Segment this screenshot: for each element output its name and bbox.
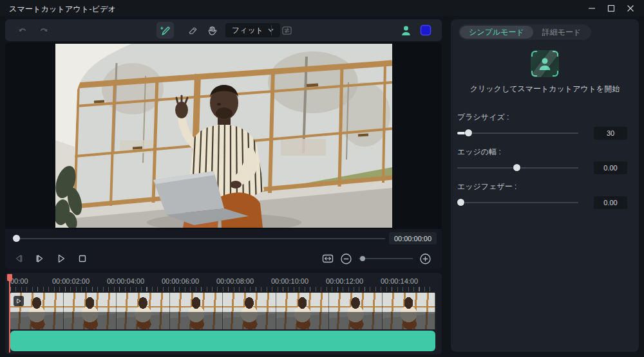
ruler-label: 00:00:10:00 bbox=[271, 277, 308, 285]
next-frame-button[interactable] bbox=[34, 253, 46, 264]
clip-color-swatch[interactable] bbox=[417, 19, 434, 41]
slider-handle[interactable] bbox=[457, 199, 464, 206]
window-title: スマートカットアウト-ビデオ bbox=[9, 4, 116, 15]
slider-handle[interactable] bbox=[465, 129, 472, 136]
timeline-filmstrip[interactable] bbox=[10, 293, 435, 329]
title-bar: スマートカットアウト-ビデオ bbox=[0, 0, 644, 16]
seek-row: 00:00:00:00 bbox=[5, 229, 442, 248]
zoom-in-button[interactable] bbox=[419, 253, 431, 265]
seek-handle[interactable] bbox=[13, 235, 20, 242]
timecode-display: 00:00:00:00 bbox=[389, 232, 437, 244]
focus-corner-icon bbox=[553, 51, 558, 57]
focus-corner-icon bbox=[531, 71, 537, 77]
preview-toolbar: フィット bbox=[5, 19, 442, 41]
zoom-fit-dropdown[interactable]: フィット bbox=[225, 23, 280, 37]
minimize-icon bbox=[588, 5, 596, 12]
transport-row bbox=[5, 248, 442, 269]
person-cutout-icon bbox=[537, 56, 553, 71]
brush-size-label: ブラシサイズ : bbox=[457, 112, 509, 123]
play-icon bbox=[16, 298, 21, 304]
compare-button[interactable] bbox=[278, 19, 295, 41]
edge-feather-slider[interactable] bbox=[457, 196, 580, 209]
zoom-slider-track[interactable] bbox=[359, 258, 413, 259]
slider-track[interactable] bbox=[457, 133, 578, 134]
redo-button[interactable] bbox=[35, 19, 52, 41]
timeline-thumbnail[interactable] bbox=[276, 293, 330, 329]
person-cutout-indicator[interactable] bbox=[397, 19, 415, 41]
clip-play-badge[interactable] bbox=[14, 296, 24, 306]
ruler-label: 00:00:14:00 bbox=[381, 277, 418, 285]
ruler-label: 00:00:06:00 bbox=[162, 277, 199, 285]
timeline-thumbnail[interactable] bbox=[383, 293, 436, 329]
tab-simple-mode[interactable]: シンプルモード bbox=[460, 26, 533, 39]
zoom-out-button[interactable] bbox=[340, 253, 352, 265]
edge-feather-label: エッジフェザー : bbox=[457, 181, 516, 192]
person-icon bbox=[400, 24, 412, 37]
zoom-fit-value: フィット bbox=[232, 25, 263, 36]
timeline-panel: 00:00 00:00:02:00 00:00:04:00 00:00:06:0… bbox=[5, 273, 442, 354]
edge-feather-value[interactable]: 0.00 bbox=[594, 196, 627, 209]
undo-button[interactable] bbox=[14, 19, 31, 41]
redo-icon bbox=[38, 25, 49, 36]
stop-button[interactable] bbox=[77, 253, 88, 264]
ruler-label: 00:00:04:00 bbox=[107, 277, 144, 285]
smart-brush-button[interactable] bbox=[156, 22, 174, 39]
timeline-thumbnail[interactable] bbox=[329, 293, 383, 329]
zoom-slider-handle[interactable] bbox=[360, 256, 365, 261]
fit-to-window-button[interactable] bbox=[322, 253, 334, 264]
ruler-label: 00:00:02:00 bbox=[52, 277, 90, 285]
ruler-label: 00:00 bbox=[10, 277, 28, 285]
maximize-button[interactable] bbox=[601, 0, 621, 16]
preview-panel: 00:00:00:00 bbox=[5, 42, 442, 269]
edge-width-label: エッジの幅 : bbox=[457, 147, 501, 158]
ruler-label: 00:00:12:00 bbox=[326, 277, 363, 285]
focus-corner-icon bbox=[531, 51, 537, 57]
slider-track[interactable] bbox=[457, 202, 578, 203]
seek-track[interactable] bbox=[17, 238, 385, 239]
start-caption: クリックしてスマートカットアウトを開始 bbox=[451, 84, 639, 95]
edge-width-row: 0.00 bbox=[457, 161, 632, 174]
undo-icon bbox=[17, 25, 28, 36]
focus-corner-icon bbox=[553, 71, 558, 77]
smart-cutout-panel: シンプルモード 詳細モード クリックしてスマートカットアウトを開始 ブラシサイズ… bbox=[451, 19, 639, 352]
timeline-ruler-ticks[interactable] bbox=[10, 287, 430, 291]
start-smart-cutout-button[interactable] bbox=[531, 50, 559, 77]
edge-width-slider[interactable] bbox=[457, 161, 580, 174]
tab-detail-mode[interactable]: 詳細モード bbox=[533, 26, 591, 39]
preview-stage bbox=[5, 42, 442, 229]
preview-video[interactable] bbox=[55, 44, 392, 228]
close-button[interactable] bbox=[621, 0, 640, 16]
previous-frame-button[interactable] bbox=[13, 253, 24, 264]
smart-brush-icon bbox=[160, 25, 171, 36]
brush-size-value[interactable]: 30 bbox=[594, 127, 627, 140]
hand-tool-button[interactable] bbox=[204, 19, 220, 41]
play-button[interactable] bbox=[55, 253, 67, 264]
timeline-thumbnail[interactable] bbox=[170, 293, 223, 329]
close-icon bbox=[627, 5, 634, 12]
toolbar-divider bbox=[271, 25, 272, 35]
timeline-thumbnail[interactable] bbox=[64, 293, 117, 329]
mode-tabs: シンプルモード 詳細モード bbox=[459, 24, 591, 40]
swatch-icon bbox=[420, 24, 431, 36]
slider-handle[interactable] bbox=[513, 164, 520, 171]
brush-size-slider[interactable] bbox=[457, 127, 580, 140]
minimize-button[interactable] bbox=[582, 0, 601, 16]
compare-icon bbox=[281, 25, 292, 36]
brush-size-row: 30 bbox=[457, 127, 632, 140]
eraser-button[interactable] bbox=[184, 19, 201, 41]
eraser-icon bbox=[187, 25, 198, 36]
timeline-thumbnail[interactable] bbox=[223, 293, 276, 329]
hand-icon bbox=[207, 25, 218, 36]
edge-feather-row: 0.00 bbox=[457, 196, 632, 209]
timeline-thumbnail[interactable] bbox=[117, 293, 170, 329]
ruler-label: 00:00:08:00 bbox=[216, 277, 254, 285]
mask-track-clip[interactable] bbox=[10, 331, 435, 351]
timeline-playhead[interactable] bbox=[9, 274, 10, 352]
edge-width-value[interactable]: 0.00 bbox=[594, 161, 627, 174]
timeline-zoom-slider[interactable] bbox=[359, 255, 413, 262]
maximize-icon bbox=[607, 5, 615, 12]
